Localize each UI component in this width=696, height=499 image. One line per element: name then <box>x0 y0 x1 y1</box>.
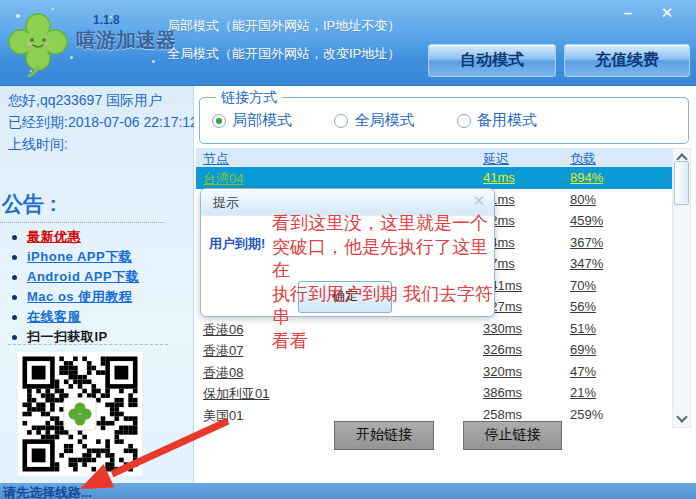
column-delay[interactable]: 延迟 <box>483 150 509 168</box>
node-load: 69% <box>570 342 596 357</box>
node-delay: 320ms <box>483 364 522 379</box>
dialog-title-bar: 提示 ✕ <box>201 189 494 216</box>
sidebar-link-label: 最新优惠 <box>27 228 81 246</box>
node-delay: 41ms <box>483 170 515 185</box>
node-name: 香港06 <box>203 321 243 339</box>
connection-mode-group: 链接方式 局部模式 全局模式 备用模式 <box>199 97 689 144</box>
node-load: 51% <box>570 321 596 336</box>
dotted-divider <box>0 222 165 223</box>
node-load: 459% <box>570 213 603 228</box>
mode-radio-label: 全局模式 <box>354 111 414 130</box>
expire-date: 已经到期:2018-07-06 22:17:12 <box>8 114 198 132</box>
dialog-close-icon[interactable]: ✕ <box>472 192 485 210</box>
scrollbar[interactable] <box>672 148 691 428</box>
radio-icon <box>212 114 226 128</box>
sparkle-icon <box>52 8 54 10</box>
node-name: 美国01 <box>203 407 243 425</box>
table-row[interactable]: 香港07 326ms 69% <box>196 339 673 361</box>
minimize-button[interactable]: – <box>615 3 641 23</box>
sidebar-link-label: 在线客服 <box>27 308 81 326</box>
table-row[interactable]: 保加利亚01 386ms 21% <box>196 382 673 404</box>
recharge-button[interactable]: 充值续费 <box>564 44 690 77</box>
node-load: 347% <box>570 256 603 271</box>
bullet-icon <box>12 235 17 240</box>
dialog-title: 提示 <box>213 194 239 212</box>
node-load: 894% <box>570 170 603 185</box>
radio-icon <box>457 114 471 128</box>
notice-title: 公告 : <box>2 190 57 218</box>
connection-mode-legend: 链接方式 <box>216 89 282 107</box>
sidebar: 您好,qq233697 国际用户 已经到期:2018-07-06 22:17:1… <box>0 86 194 483</box>
table-row[interactable]: 香港06 330ms 51% <box>196 318 673 340</box>
auto-mode-button[interactable]: 自动模式 <box>428 44 556 77</box>
mode-radio[interactable]: 全局模式 <box>334 111 414 130</box>
mode-description-2: 全局模式（能开国外网站，改变IP地址） <box>167 45 400 63</box>
mode-radio-label: 局部模式 <box>232 111 292 130</box>
stop-connect-button[interactable]: 停止链接 <box>463 421 562 450</box>
node-load: 367% <box>570 235 603 250</box>
alert-dialog: 提示 ✕ 用户到期! 确定 <box>200 188 495 317</box>
sparkle-icon <box>152 60 155 63</box>
user-greeting: 您好,qq233697 国际用户 <box>8 92 162 110</box>
table-row[interactable]: 香港08 320ms 47% <box>196 361 673 383</box>
mode-radio[interactable]: 备用模式 <box>457 111 537 130</box>
node-load: 259% <box>570 407 603 422</box>
mode-radio[interactable]: 局部模式 <box>212 111 292 130</box>
dialog-message: 用户到期! <box>209 235 265 253</box>
dialog-ok-button[interactable]: 确定 <box>298 281 392 313</box>
sidebar-link-label: Android APP下载 <box>27 268 139 286</box>
node-name: 香港08 <box>203 364 243 382</box>
table-header: 节点 延迟 负载 <box>196 148 673 167</box>
sidebar-link-label: Mac os 使用教程 <box>27 288 132 306</box>
sidebar-link-label: iPhone APP下载 <box>27 248 132 266</box>
radio-icon <box>334 114 348 128</box>
app-window: 1.1.8 嘻游加速器 局部模式（能开国外网站，IP地址不变） 全局模式（能开国… <box>0 0 696 499</box>
close-button[interactable]: ✕ <box>654 3 680 23</box>
start-connect-button[interactable]: 开始链接 <box>334 421 434 450</box>
column-node[interactable]: 节点 <box>203 150 229 168</box>
table-row[interactable]: 台湾04 41ms 894% <box>196 167 673 189</box>
version-label: 1.1.8 <box>93 13 120 27</box>
node-delay: 386ms <box>483 385 522 400</box>
node-delay: 330ms <box>483 321 522 336</box>
node-load: 70% <box>570 278 596 293</box>
sidebar-link[interactable]: iPhone APP下载 <box>0 247 190 267</box>
status-text: 请先选择线路... <box>3 484 92 499</box>
qr-code <box>18 352 142 476</box>
bullet-icon <box>12 275 17 280</box>
table-row[interactable]: 美国01 258ms 259% <box>196 404 673 426</box>
mode-radio-group: 局部模式 全局模式 备用模式 <box>212 111 575 132</box>
mode-description-1: 局部模式（能开国外网站，IP地址不变） <box>167 17 400 35</box>
online-time-label: 上线时间: <box>8 136 68 154</box>
node-delay: 258ms <box>483 407 522 422</box>
node-load: 47% <box>570 364 596 379</box>
node-load: 56% <box>570 299 596 314</box>
sparkle-icon <box>70 56 73 59</box>
bullet-icon <box>12 295 17 300</box>
dashed-divider <box>8 344 168 345</box>
node-load: 80% <box>570 192 596 207</box>
scrollbar-thumb[interactable] <box>674 161 689 205</box>
node-name: 保加利亚01 <box>203 385 269 403</box>
clover-logo-icon <box>8 12 68 82</box>
node-name: 香港07 <box>203 342 243 360</box>
qr-code-image <box>20 354 140 474</box>
title-bar: 1.1.8 嘻游加速器 局部模式（能开国外网站，IP地址不变） 全局模式（能开国… <box>0 0 696 86</box>
bullet-icon <box>12 335 17 340</box>
node-delay: 326ms <box>483 342 522 357</box>
node-name: 台湾04 <box>203 170 243 188</box>
column-load[interactable]: 负载 <box>570 150 596 168</box>
sidebar-links: 最新优惠 iPhone APP下载 Android APP下载 Mac os 使… <box>0 227 190 347</box>
sidebar-link[interactable]: 最新优惠 <box>0 227 190 247</box>
app-name: 嘻游加速器 <box>76 27 176 54</box>
sidebar-link[interactable]: Android APP下载 <box>0 267 190 287</box>
sidebar-link[interactable]: Mac os 使用教程 <box>0 287 190 307</box>
status-bar: 请先选择线路... <box>0 483 696 499</box>
node-load: 21% <box>570 385 596 400</box>
scroll-down-icon[interactable] <box>676 411 687 422</box>
mode-radio-label: 备用模式 <box>477 111 537 130</box>
bullet-icon <box>12 255 17 260</box>
bullet-icon <box>12 315 17 320</box>
sidebar-link[interactable]: 在线客服 <box>0 307 190 327</box>
